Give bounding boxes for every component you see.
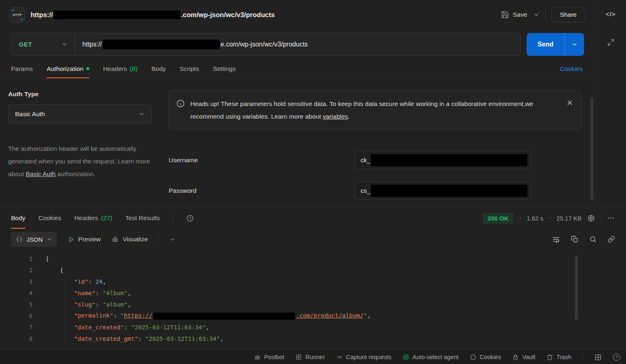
username-field[interactable]: ck_ (355, 151, 531, 169)
variables-link[interactable]: variables (323, 113, 348, 120)
code-line: 1[ (0, 253, 626, 265)
line-number: 7 (0, 324, 33, 331)
chevron-down-icon (62, 42, 67, 47)
tab-response-headers[interactable]: Headers (27) (74, 207, 112, 229)
tab-body[interactable]: Body (151, 60, 165, 78)
capture-requests-button[interactable]: Capture requests (336, 354, 391, 360)
runner-button[interactable]: Runner (295, 354, 325, 360)
chevron-down-icon[interactable] (170, 236, 176, 243)
sensitive-data-banner: Heads up! These parameters hold sensitiv… (169, 90, 581, 130)
wrap-text-icon[interactable] (552, 236, 560, 243)
response-tabs: Body Cookies Headers (27) Test Results 2… (0, 207, 626, 229)
line-number: 1 (0, 256, 33, 262)
send-options-button[interactable] (564, 33, 584, 56)
code-token: : (95, 290, 102, 296)
format-value: JSON (26, 236, 43, 243)
statusbar-label: Runner (305, 354, 325, 360)
code-token: "id" (74, 278, 88, 285)
tab-label: Test Results (126, 214, 160, 222)
status-bar: Postbot Runner Capture requests Auto-sel… (0, 349, 626, 364)
tab-response-cookies[interactable]: Cookies (38, 207, 61, 229)
code-line: 3 "id": 24, (0, 276, 626, 287)
password-field[interactable]: cs_ (355, 181, 531, 200)
tab-scripts[interactable]: Scripts (180, 60, 199, 78)
tab-label: Settings (213, 65, 236, 73)
chevron-down-icon (139, 111, 145, 117)
redaction-box (371, 185, 527, 197)
code-token: "date_created_gmt" (74, 335, 138, 342)
code-token: " (120, 312, 124, 319)
trash-icon (547, 354, 553, 360)
tab-response-body[interactable]: Body (11, 207, 25, 229)
expand-icon[interactable] (607, 39, 615, 46)
visualize-button[interactable]: Visualize (111, 236, 148, 243)
banner-text-tail: . (348, 113, 350, 120)
tab-label: Cookies (38, 214, 61, 222)
tab-test-results[interactable]: Test Results (126, 207, 160, 229)
code-line: 2 { (0, 265, 626, 276)
code-line: 8 "date_created_gmt": "2025-03-12T11:03:… (0, 333, 626, 344)
tab-headers[interactable]: Headers (8) (103, 60, 138, 78)
status-badge[interactable]: 200 OK (483, 213, 514, 224)
help-icon[interactable]: ? (613, 353, 620, 361)
search-icon[interactable] (589, 236, 597, 243)
response-body-viewer[interactable]: 1[2 {3 "id": 24,4 "name": "Album",5 "slu… (0, 250, 626, 349)
request-url-row: GET https:// e.com/wp-json/wc/v3/product… (0, 29, 595, 60)
save-button-label: Save (513, 11, 527, 18)
send-button[interactable]: Send (527, 33, 564, 56)
request-title-prefix: https:// (31, 11, 53, 19)
scrollbar[interactable] (591, 98, 593, 200)
code-token: "permalink" (74, 312, 113, 319)
copy-icon[interactable] (571, 236, 578, 243)
code-token: : (124, 324, 131, 331)
close-icon[interactable] (566, 99, 573, 106)
method-select[interactable]: GET (11, 33, 75, 55)
tab-authorization[interactable]: Authorization (46, 60, 89, 78)
save-options-chevron-icon[interactable] (533, 11, 540, 18)
line-content: "date_created_gmt": "2025-03-12T11:03:34… (46, 335, 224, 342)
link-icon[interactable] (608, 236, 615, 243)
line-content: "date_created": "2025-03-12T11:03:34", (46, 324, 209, 331)
url-input[interactable]: https:// e.com/wp-json/wc/v3/products (75, 40, 520, 49)
http-request-icon[interactable]: HTTP (10, 7, 25, 22)
format-select[interactable]: {} JSON (11, 232, 57, 247)
redaction-box (371, 154, 527, 166)
code-token: "name" (74, 290, 95, 296)
tab-params[interactable]: Params (11, 60, 33, 78)
redaction-box (153, 313, 295, 320)
tab-settings[interactable]: Settings (213, 60, 236, 78)
auto-select-agent-button[interactable]: Auto-select agent (403, 354, 458, 360)
permalink-link[interactable]: .com/product/album/ (296, 312, 364, 319)
scrollbar[interactable] (575, 256, 578, 320)
line-content: "id": 24, (46, 278, 106, 285)
auth-type-select[interactable]: Basic Auth (8, 104, 152, 124)
permalink-link[interactable]: https:// (124, 312, 152, 319)
cookies-link[interactable]: Cookies (560, 65, 583, 73)
code-snippet-icon[interactable]: </> (606, 11, 616, 18)
auth-configured-dot (86, 67, 89, 70)
preview-button[interactable]: Preview (68, 236, 101, 243)
code-token (46, 335, 74, 342)
toolbar-divider (159, 235, 159, 243)
line-number: 4 (0, 290, 33, 296)
response-history-icon[interactable] (186, 214, 194, 222)
cookies-button[interactable]: Cookies (470, 354, 501, 360)
share-button[interactable]: Share (551, 7, 585, 22)
password-label: Password (169, 187, 355, 194)
response-size: 25.17 KB (556, 215, 582, 222)
panel-layout-icon[interactable] (595, 354, 602, 361)
vault-button[interactable]: Vault (512, 354, 535, 360)
save-button[interactable]: Save (501, 11, 527, 19)
postbot-button[interactable]: Postbot (254, 354, 284, 361)
response-toolbar-right (552, 236, 615, 243)
basic-auth-link[interactable]: Basic Auth (26, 170, 55, 177)
code-token: : (138, 335, 145, 342)
code-token (46, 301, 74, 308)
chevron-down-icon (571, 41, 578, 48)
code-token: , (128, 301, 131, 308)
code-token: "album" (103, 301, 128, 308)
trash-button[interactable]: Trash (547, 354, 571, 360)
redaction-box (53, 11, 181, 19)
more-options-icon[interactable] (607, 214, 615, 222)
save-response-icon[interactable] (587, 214, 595, 222)
